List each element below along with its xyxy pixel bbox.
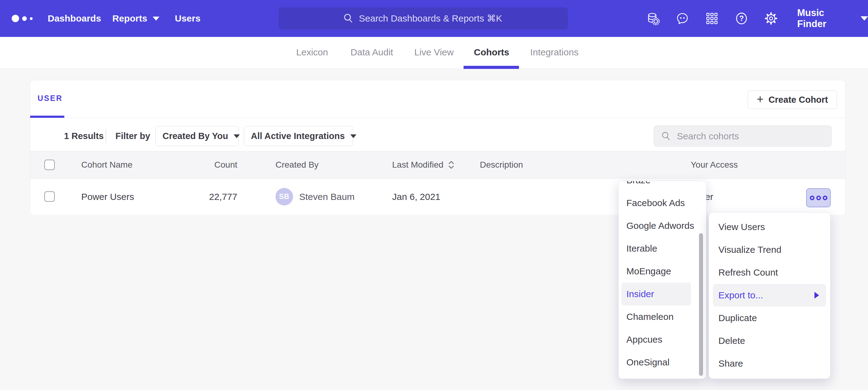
more-icon	[823, 196, 827, 200]
create-cohort-label: Create Cohort	[769, 95, 828, 105]
tab-user-cohorts[interactable]: USER	[37, 80, 62, 116]
chevron-down-icon	[234, 134, 240, 138]
submenu-item-onesignal[interactable]: OneSignal	[619, 351, 706, 374]
nav-users[interactable]: Users	[175, 0, 200, 37]
cohort-search[interactable]	[653, 125, 832, 147]
chevron-down-icon	[861, 16, 868, 21]
row-checkbox[interactable]	[44, 191, 55, 202]
help-icon[interactable]: ?	[735, 11, 749, 26]
project-switcher[interactable]: Music Finder	[797, 0, 868, 37]
table-row[interactable]: Power Users 22,777 SB Steven Baum Jan 6,…	[30, 179, 845, 215]
divider	[105, 129, 106, 143]
results-count: 1 Results	[64, 125, 104, 147]
plus-icon: +	[756, 93, 763, 105]
brand-logo[interactable]	[12, 0, 33, 37]
avatar: SB	[276, 188, 293, 205]
submenu-item-moengage[interactable]: MoEngage	[619, 260, 706, 283]
submenu-item-insider[interactable]: Insider	[621, 283, 691, 305]
more-icon	[816, 196, 821, 200]
project-name: Music Finder	[797, 7, 852, 30]
menu-item-refresh-count[interactable]: Refresh Count	[709, 261, 830, 284]
data-settings-icon[interactable]	[646, 11, 660, 26]
nav-reports[interactable]: Reports	[112, 0, 159, 37]
submenu-item-facebook-ads[interactable]: Facebook Ads	[619, 192, 706, 215]
created-by-value: Steven Baum	[299, 179, 354, 215]
menu-item-duplicate[interactable]: Duplicate	[709, 307, 830, 329]
more-icon	[810, 196, 814, 200]
submenu-scrollbar[interactable]	[699, 233, 703, 376]
last-modified-value: Jan 6, 2021	[392, 179, 440, 215]
export-to-label: Export to...	[718, 284, 763, 307]
apps-grid-icon[interactable]	[705, 11, 719, 26]
submenu-item-chameleon[interactable]: Chameleon	[619, 305, 706, 328]
logo-dot-medium	[22, 16, 27, 21]
menu-item-visualize-trend[interactable]: Visualize Trend	[709, 238, 830, 261]
chevron-down-icon	[153, 17, 159, 21]
select-all-checkbox[interactable]	[44, 160, 55, 170]
last-modified-label: Last Modified	[392, 151, 443, 178]
tab-lexicon[interactable]: Lexicon	[296, 37, 328, 69]
column-cohort-name[interactable]: Cohort Name	[81, 151, 133, 178]
global-search-input[interactable]	[359, 13, 503, 24]
nav-dashboards[interactable]: Dashboards	[48, 0, 101, 37]
svg-text:?: ?	[739, 14, 744, 23]
menu-item-export-to[interactable]: Export to...	[713, 284, 826, 307]
filter-toolbar: 1 Results Filter by Created By You All A…	[30, 125, 845, 147]
submenu-item-google-adwords[interactable]: Google Adwords	[619, 215, 706, 237]
integrations-filter-dropdown[interactable]: All Active Integrations	[244, 126, 353, 146]
tab-live-view[interactable]: Live View	[414, 37, 454, 69]
column-last-modified[interactable]: Last Modified	[392, 151, 455, 178]
table-header: Cohort Name Count Created By Last Modifi…	[30, 151, 845, 179]
export-destination-submenu: Braze Facebook Ads Google Adwords Iterab…	[618, 181, 706, 379]
logo-dot-large	[12, 15, 19, 22]
section-tabbar: Lexicon Data Audit Live View Cohorts Int…	[0, 37, 868, 69]
tab-integrations[interactable]: Integrations	[530, 37, 579, 69]
global-search[interactable]	[279, 7, 568, 30]
chevron-down-icon	[350, 134, 356, 138]
submenu-item-braze[interactable]: Braze	[619, 181, 706, 192]
top-navbar: Dashboards Reports Users	[0, 0, 868, 37]
cohort-count: 22,777	[173, 179, 237, 215]
tab-cohorts[interactable]: Cohorts	[474, 37, 509, 69]
cohort-search-input[interactable]	[677, 131, 832, 141]
integrations-filter-label: All Active Integrations	[251, 131, 345, 141]
column-your-access[interactable]: Your Access	[691, 151, 738, 178]
row-more-actions-button[interactable]	[806, 188, 831, 207]
column-created-by[interactable]: Created By	[276, 151, 318, 178]
column-description[interactable]: Description	[480, 151, 523, 178]
created-by-filter-label: Created By You	[162, 131, 228, 141]
feedback-bubble-icon[interactable]	[675, 11, 689, 26]
submenu-item-iterable[interactable]: Iterable	[619, 237, 706, 260]
menu-item-view-users[interactable]: View Users	[709, 216, 830, 238]
divider	[30, 118, 845, 118]
submenu-item-appcues[interactable]: Appcues	[619, 328, 706, 351]
row-context-menu: View Users Visualize Trend Refresh Count…	[709, 212, 831, 379]
column-count[interactable]: Count	[173, 151, 237, 178]
created-by-filter-dropdown[interactable]: Created By You	[155, 126, 239, 146]
cohorts-card: USER + Create Cohort 1 Results Filter by…	[30, 80, 845, 215]
nav-reports-label: Reports	[112, 0, 147, 37]
search-icon	[661, 131, 671, 141]
filter-by-label: Filter by	[116, 125, 150, 147]
menu-item-delete[interactable]: Delete	[709, 329, 830, 352]
active-tab-indicator	[464, 66, 519, 69]
submenu-arrow-icon	[814, 292, 819, 299]
create-cohort-button[interactable]: + Create Cohort	[748, 90, 837, 109]
search-icon	[343, 13, 354, 24]
sort-icon	[448, 160, 455, 169]
logo-dot-small	[30, 17, 33, 20]
cohort-name-link[interactable]: Power Users	[81, 179, 134, 215]
menu-item-share[interactable]: Share	[709, 352, 830, 375]
tab-data-audit[interactable]: Data Audit	[350, 37, 393, 69]
settings-gear-icon[interactable]	[764, 11, 778, 26]
